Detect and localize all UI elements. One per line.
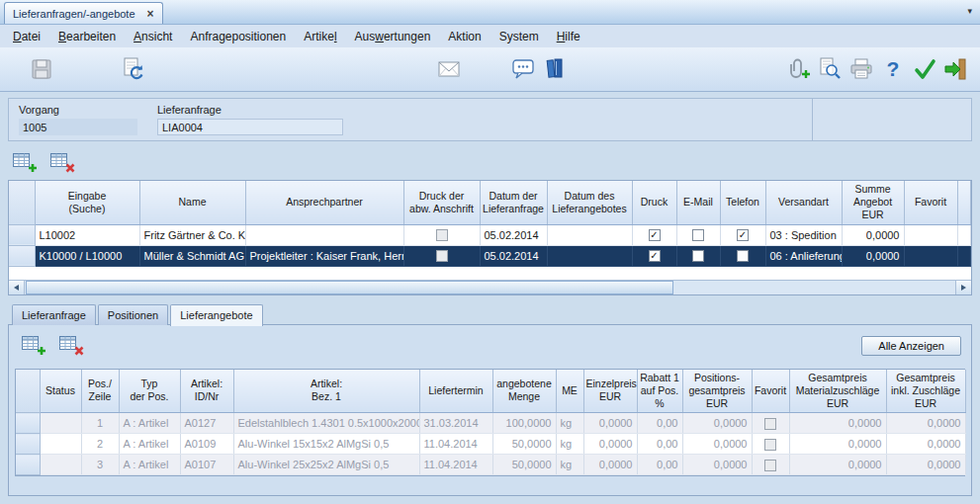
checkbox-unchecked[interactable] <box>764 460 776 471</box>
column-header-favorit[interactable]: Favorit <box>904 181 957 224</box>
column-header-druck-der[interactable]: Druck der abw. Anschrift <box>403 181 480 224</box>
column-header-ansprechpartner[interactable]: Ansprechpartner <box>245 181 403 224</box>
column-header-datum-des[interactable]: Datum des Lieferangebotes <box>547 181 632 224</box>
add-position-row-button[interactable] <box>19 333 48 359</box>
column-header-einzelpreis[interactable]: Einzelpreis EUR <box>583 370 637 413</box>
row-selector[interactable] <box>16 455 40 475</box>
cell-einzelpreis: 0,0000 <box>583 413 637 434</box>
column-header-druck[interactable]: Druck <box>632 181 676 224</box>
menu-item-datei[interactable]: Datei <box>4 27 49 46</box>
checkbox-unchecked[interactable] <box>436 250 448 262</box>
menu-item-anfragepositionen[interactable]: Anfragepositionen <box>181 27 295 46</box>
close-tab-icon[interactable]: × <box>147 7 154 21</box>
delete-supplier-row-button[interactable] <box>47 149 77 175</box>
column-header-status[interactable]: Status <box>40 370 81 413</box>
tab-positionen[interactable]: Positionen <box>98 304 168 325</box>
save-button[interactable] <box>26 53 57 85</box>
catalog-button[interactable] <box>540 53 572 85</box>
column-header-datum-der[interactable]: Datum der Lieferanfrage <box>480 181 547 224</box>
checkbox-unchecked[interactable] <box>692 250 704 262</box>
row-selector[interactable] <box>16 434 40 455</box>
menu-item-artikel[interactable]: Artikel <box>295 27 345 46</box>
scroll-right-button[interactable] <box>955 281 971 294</box>
cell-artikel-bez: Edelstahlblech 1.4301 0.5x1000x2000 <box>233 413 419 434</box>
cell-liefertermin: 11.04.2014 <box>419 434 492 455</box>
tab-lieferangebote[interactable]: Lieferangebote <box>170 304 262 326</box>
column-header-favorit[interactable]: Favorit <box>752 370 789 413</box>
menu-item-bearbeiten[interactable]: Bearbeiten <box>49 27 125 46</box>
column-header-positions[interactable]: Positions- gesamtpreis EUR <box>682 370 752 413</box>
column-header-artikel[interactable]: Artikel: Bez. 1 <box>233 370 419 413</box>
column-header-gesamtpreis[interactable]: Gesamtpreis inkl. Zuschläge EUR <box>886 370 965 413</box>
scroll-left-button[interactable] <box>9 281 25 294</box>
column-header-e-mail[interactable]: E-Mail <box>676 181 720 224</box>
column-header-gesamtpreis[interactable]: Gesamtpreis Materialzuschläge EUR <box>789 370 886 413</box>
cell-name: Müller & Schmidt AG <box>139 245 245 266</box>
row-selector[interactable] <box>9 245 35 266</box>
vorgang-value: 1005 <box>19 119 137 135</box>
tab-list-dropdown-icon[interactable]: ▾ <box>967 6 972 16</box>
column-header-liefertermin[interactable]: Liefertermin <box>419 370 492 413</box>
row-selector[interactable] <box>9 224 35 245</box>
checkbox-unchecked[interactable] <box>692 229 704 241</box>
add-supplier-row-button[interactable] <box>10 149 40 175</box>
tab-lieferanfrage[interactable]: Lieferanfrage <box>12 304 96 325</box>
column-header-telefon[interactable]: Telefon <box>720 181 765 224</box>
comment-button[interactable] <box>508 53 540 85</box>
print-button[interactable] <box>846 53 877 85</box>
refresh-request-button[interactable] <box>117 53 148 85</box>
checkbox-checked[interactable] <box>649 250 661 262</box>
column-header-versandart[interactable]: Versandart <box>765 181 842 224</box>
lieferanfrage-label: Lieferanfrage <box>157 104 222 116</box>
exit-button[interactable] <box>940 53 972 85</box>
column-header-rabatt-1[interactable]: Rabatt 1 auf Pos. % <box>637 370 682 413</box>
cell-einzelpreis: 0,0000 <box>583 455 637 475</box>
mail-button[interactable] <box>433 53 465 85</box>
column-header-pos[interactable]: Pos./ Zeile <box>81 370 119 413</box>
checkbox-checked[interactable] <box>649 229 661 241</box>
menu-item-ansicht[interactable]: Ansicht <box>125 27 181 46</box>
column-header-artikel[interactable]: Artikel: ID/Nr <box>180 370 233 413</box>
menu-item-hilfe[interactable]: Hilfe <box>548 27 589 46</box>
row-selector[interactable] <box>16 413 40 434</box>
checkbox-unchecked[interactable] <box>436 229 448 241</box>
cell-datum-lieferanfrage: 05.02.2014 <box>480 224 547 245</box>
column-header-summe[interactable]: Summe Angebot EUR <box>842 181 904 224</box>
lieferanfrage-field[interactable]: LIA0004 <box>157 119 343 135</box>
checkbox-unchecked[interactable] <box>737 250 749 262</box>
position-row[interactable]: 2A : ArtikelA0109Alu-Winkel 15x15x2 AlMg… <box>16 434 965 455</box>
checkbox-unchecked[interactable] <box>764 439 776 451</box>
cell-materialzuschlaege: 0,0000 <box>789 413 886 434</box>
scrollbar-thumb[interactable] <box>26 281 673 294</box>
show-all-button[interactable]: Alle Anzeigen <box>861 336 961 356</box>
column-header-me[interactable]: ME <box>556 370 583 413</box>
checkbox-unchecked[interactable] <box>764 418 776 430</box>
cell-artikel-bez: Alu-Winkel 25x25x2 AlMgSi 0,5 <box>233 455 419 475</box>
menu-item-auswertungen[interactable]: Auswertungen <box>346 27 440 46</box>
detail-tab-strip: LieferanfragePositionenLieferangebote <box>12 303 980 325</box>
cell-filler <box>957 245 971 266</box>
horizontal-scrollbar[interactable] <box>9 280 971 294</box>
refresh-request-icon <box>119 56 146 82</box>
column-header-typ[interactable]: Typ der Pos. <box>119 370 180 413</box>
supplier-row[interactable]: L10002Fritz Gärtner & Co. KG05.02.201403… <box>9 224 971 245</box>
menu-item-aktion[interactable]: Aktion <box>439 27 490 46</box>
supplier-row[interactable]: K10000 / L10000Müller & Schmidt AGProjek… <box>9 245 971 266</box>
column-header-eingabe[interactable]: Eingabe (Suche) <box>35 181 139 224</box>
menu-bar: DateiBearbeitenAnsichtAnfragepositionenA… <box>0 25 980 47</box>
help-button[interactable]: ? <box>877 53 909 85</box>
cell-favorit <box>752 413 789 434</box>
position-row[interactable]: 3A : ArtikelA0107Alu-Winkel 25x25x2 AlMg… <box>16 455 965 475</box>
menu-item-system[interactable]: System <box>490 27 548 46</box>
cell-artikel-id: A0109 <box>180 434 233 455</box>
print-preview-button[interactable] <box>814 53 846 85</box>
position-row[interactable]: 1A : ArtikelA0127Edelstahlblech 1.4301 0… <box>16 413 965 434</box>
mail-icon <box>435 56 463 82</box>
column-header-name[interactable]: Name <box>139 181 245 224</box>
confirm-button[interactable] <box>909 53 940 85</box>
column-header-angebotene[interactable]: angebotene Menge <box>492 370 556 413</box>
attach-button[interactable] <box>782 53 814 85</box>
window-tab[interactable]: Lieferanfragen/-angebote × <box>4 2 163 24</box>
checkbox-checked[interactable] <box>737 229 749 241</box>
delete-position-row-button[interactable] <box>56 333 86 359</box>
